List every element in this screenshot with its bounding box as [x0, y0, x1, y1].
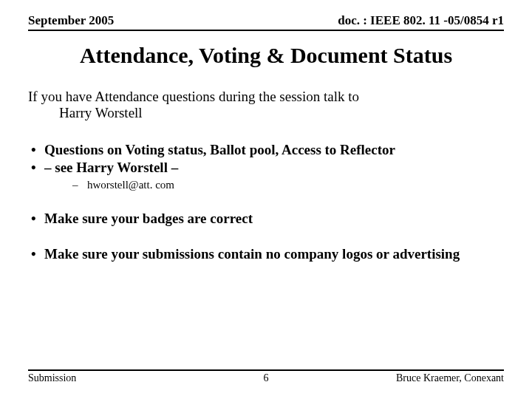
bullet-list: Questions on Voting status, Ballot pool,… — [28, 142, 504, 191]
bullet-badges: Make sure your badges are correct — [28, 211, 504, 227]
header-bar: September 2005 doc. : IEEE 802. 11 -05/0… — [28, 13, 504, 31]
footer-author: Bruce Kraemer, Conexant — [396, 372, 504, 384]
footer-bar: Submission 6 Bruce Kraemer, Conexant — [28, 369, 504, 384]
bullet-submissions: Make sure your submissions contain no co… — [28, 246, 504, 262]
bullet-see-harry: – see Harry Worstell – hworstell@att. co… — [28, 160, 504, 191]
bullet-list-2: Make sure your badges are correct — [28, 211, 504, 227]
slide: September 2005 doc. : IEEE 802. 11 -05/0… — [0, 0, 532, 399]
intro-text: If you have Attendance questions during … — [28, 89, 504, 121]
bullet-list-3: Make sure your submissions contain no co… — [28, 246, 504, 262]
header-date: September 2005 — [28, 13, 114, 28]
intro-line1: If you have Attendance questions during … — [28, 89, 359, 104]
slide-title: Attendance, Voting & Document Status — [28, 43, 504, 68]
sub-list: hworstell@att. com — [44, 179, 504, 191]
footer-left: Submission — [28, 372, 76, 384]
intro-line2: Harry Worstell — [28, 105, 504, 121]
sub-email: hworstell@att. com — [72, 179, 504, 191]
header-doc-id: doc. : IEEE 802. 11 -05/0854 r1 — [338, 13, 504, 28]
bullet-voting-status: Questions on Voting status, Ballot pool,… — [28, 142, 504, 158]
bullet-see-harry-text: – see Harry Worstell – — [44, 160, 178, 175]
